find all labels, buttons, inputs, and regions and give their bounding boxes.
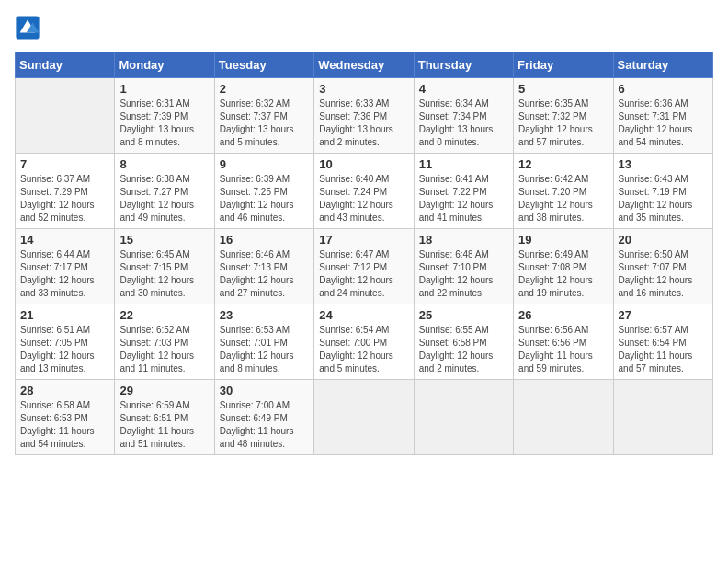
day-info: Sunrise: 6:48 AM Sunset: 7:10 PM Dayligh…: [419, 248, 508, 300]
calendar-cell: [613, 380, 712, 455]
day-info: Sunrise: 6:52 AM Sunset: 7:03 PM Dayligh…: [119, 324, 209, 375]
day-number: 29: [119, 384, 209, 397]
calendar-cell: 8Sunrise: 6:38 AM Sunset: 7:27 PM Daylig…: [115, 154, 214, 229]
calendar-cell: [314, 380, 414, 455]
day-number: 25: [419, 308, 508, 322]
day-info: Sunrise: 6:39 AM Sunset: 7:25 PM Dayligh…: [220, 173, 309, 224]
calendar-cell: 19Sunrise: 6:49 AM Sunset: 7:08 PM Dayli…: [514, 229, 613, 304]
logo-icon: [15, 15, 40, 40]
day-info: Sunrise: 6:42 AM Sunset: 7:20 PM Dayligh…: [518, 173, 608, 224]
day-info: Sunrise: 6:58 AM Sunset: 6:53 PM Dayligh…: [20, 399, 109, 451]
day-number: 13: [619, 157, 708, 171]
day-info: Sunrise: 6:40 AM Sunset: 7:24 PM Dayligh…: [319, 173, 408, 224]
day-info: Sunrise: 6:31 AM Sunset: 7:39 PM Dayligh…: [119, 98, 209, 149]
day-number: 18: [419, 233, 508, 247]
day-number: 28: [20, 384, 109, 397]
day-number: 4: [419, 82, 508, 96]
day-info: Sunrise: 6:50 AM Sunset: 7:07 PM Dayligh…: [619, 248, 708, 300]
page-header: [15, 15, 713, 40]
calendar-table: SundayMondayTuesdayWednesdayThursdayFrid…: [15, 52, 713, 455]
day-info: Sunrise: 6:44 AM Sunset: 7:17 PM Dayligh…: [20, 248, 109, 300]
calendar-cell: 28Sunrise: 6:58 AM Sunset: 6:53 PM Dayli…: [16, 380, 115, 455]
calendar-cell: 15Sunrise: 6:45 AM Sunset: 7:15 PM Dayli…: [115, 229, 214, 304]
day-info: Sunrise: 6:59 AM Sunset: 6:51 PM Dayligh…: [119, 399, 209, 451]
day-number: 22: [119, 308, 209, 322]
day-number: 7: [20, 157, 109, 171]
calendar-cell: 7Sunrise: 6:37 AM Sunset: 7:29 PM Daylig…: [16, 154, 115, 229]
day-number: 6: [619, 82, 708, 96]
day-info: Sunrise: 6:38 AM Sunset: 7:27 PM Dayligh…: [119, 173, 209, 224]
day-number: 5: [518, 82, 608, 96]
day-info: Sunrise: 6:49 AM Sunset: 7:08 PM Dayligh…: [518, 248, 608, 300]
day-number: 10: [319, 157, 408, 171]
day-number: 17: [319, 233, 408, 247]
day-info: Sunrise: 6:56 AM Sunset: 6:56 PM Dayligh…: [518, 324, 608, 375]
calendar-cell: [16, 78, 115, 154]
day-info: Sunrise: 6:57 AM Sunset: 6:54 PM Dayligh…: [619, 324, 708, 375]
day-number: 16: [220, 233, 309, 247]
calendar-cell: 30Sunrise: 7:00 AM Sunset: 6:49 PM Dayli…: [214, 380, 313, 455]
day-number: 26: [518, 308, 608, 322]
day-info: Sunrise: 6:34 AM Sunset: 7:34 PM Dayligh…: [419, 98, 508, 149]
calendar-header-row: SundayMondayTuesdayWednesdayThursdayFrid…: [16, 52, 713, 78]
calendar-week-row: 1Sunrise: 6:31 AM Sunset: 7:39 PM Daylig…: [16, 78, 713, 154]
day-of-week-header: Thursday: [414, 52, 513, 78]
day-number: 19: [518, 233, 608, 247]
calendar-week-row: 21Sunrise: 6:51 AM Sunset: 7:05 PM Dayli…: [16, 304, 713, 380]
calendar-cell: 20Sunrise: 6:50 AM Sunset: 7:07 PM Dayli…: [613, 229, 712, 304]
day-of-week-header: Saturday: [613, 52, 712, 78]
calendar-cell: [414, 380, 513, 455]
day-number: 27: [619, 308, 708, 322]
day-info: Sunrise: 6:46 AM Sunset: 7:13 PM Dayligh…: [220, 248, 309, 300]
calendar-cell: 17Sunrise: 6:47 AM Sunset: 7:12 PM Dayli…: [314, 229, 414, 304]
day-info: Sunrise: 6:33 AM Sunset: 7:36 PM Dayligh…: [319, 98, 408, 149]
day-info: Sunrise: 6:47 AM Sunset: 7:12 PM Dayligh…: [319, 248, 408, 300]
day-number: 14: [20, 233, 109, 247]
calendar-cell: 10Sunrise: 6:40 AM Sunset: 7:24 PM Dayli…: [314, 154, 414, 229]
day-info: Sunrise: 6:45 AM Sunset: 7:15 PM Dayligh…: [119, 248, 209, 300]
day-info: Sunrise: 6:37 AM Sunset: 7:29 PM Dayligh…: [20, 173, 109, 224]
calendar-cell: 18Sunrise: 6:48 AM Sunset: 7:10 PM Dayli…: [414, 229, 513, 304]
calendar-cell: 3Sunrise: 6:33 AM Sunset: 7:36 PM Daylig…: [314, 78, 414, 154]
day-info: Sunrise: 7:00 AM Sunset: 6:49 PM Dayligh…: [220, 399, 309, 451]
calendar-cell: 6Sunrise: 6:36 AM Sunset: 7:31 PM Daylig…: [613, 78, 712, 154]
calendar-cell: 26Sunrise: 6:56 AM Sunset: 6:56 PM Dayli…: [514, 304, 613, 380]
day-number: 9: [220, 157, 309, 171]
day-number: 23: [220, 308, 309, 322]
day-info: Sunrise: 6:36 AM Sunset: 7:31 PM Dayligh…: [619, 98, 708, 149]
calendar-cell: 23Sunrise: 6:53 AM Sunset: 7:01 PM Dayli…: [214, 304, 313, 380]
calendar-cell: 29Sunrise: 6:59 AM Sunset: 6:51 PM Dayli…: [115, 380, 214, 455]
calendar-cell: 1Sunrise: 6:31 AM Sunset: 7:39 PM Daylig…: [115, 78, 214, 154]
calendar-cell: 2Sunrise: 6:32 AM Sunset: 7:37 PM Daylig…: [214, 78, 313, 154]
day-info: Sunrise: 6:43 AM Sunset: 7:19 PM Dayligh…: [619, 173, 708, 224]
day-number: 20: [619, 233, 708, 247]
calendar-cell: 27Sunrise: 6:57 AM Sunset: 6:54 PM Dayli…: [613, 304, 712, 380]
day-info: Sunrise: 6:51 AM Sunset: 7:05 PM Dayligh…: [20, 324, 109, 375]
calendar-cell: 14Sunrise: 6:44 AM Sunset: 7:17 PM Dayli…: [16, 229, 115, 304]
calendar-cell: 22Sunrise: 6:52 AM Sunset: 7:03 PM Dayli…: [115, 304, 214, 380]
calendar-cell: 16Sunrise: 6:46 AM Sunset: 7:13 PM Dayli…: [214, 229, 313, 304]
day-of-week-header: Tuesday: [214, 52, 313, 78]
day-number: 24: [319, 308, 408, 322]
day-number: 2: [220, 82, 309, 96]
logo: [15, 15, 44, 40]
calendar-week-row: 7Sunrise: 6:37 AM Sunset: 7:29 PM Daylig…: [16, 154, 713, 229]
day-number: 30: [220, 384, 309, 397]
day-of-week-header: Wednesday: [314, 52, 414, 78]
calendar-cell: 11Sunrise: 6:41 AM Sunset: 7:22 PM Dayli…: [414, 154, 513, 229]
day-of-week-header: Sunday: [16, 52, 115, 78]
day-info: Sunrise: 6:53 AM Sunset: 7:01 PM Dayligh…: [220, 324, 309, 375]
calendar-cell: 21Sunrise: 6:51 AM Sunset: 7:05 PM Dayli…: [16, 304, 115, 380]
day-info: Sunrise: 6:55 AM Sunset: 6:58 PM Dayligh…: [419, 324, 508, 375]
calendar-cell: 24Sunrise: 6:54 AM Sunset: 7:00 PM Dayli…: [314, 304, 414, 380]
day-of-week-header: Monday: [115, 52, 214, 78]
day-info: Sunrise: 6:35 AM Sunset: 7:32 PM Dayligh…: [518, 98, 608, 149]
day-number: 15: [119, 233, 209, 247]
calendar-week-row: 14Sunrise: 6:44 AM Sunset: 7:17 PM Dayli…: [16, 229, 713, 304]
day-number: 1: [119, 82, 209, 96]
calendar-cell: 5Sunrise: 6:35 AM Sunset: 7:32 PM Daylig…: [514, 78, 613, 154]
day-info: Sunrise: 6:54 AM Sunset: 7:00 PM Dayligh…: [319, 324, 408, 375]
calendar-cell: 12Sunrise: 6:42 AM Sunset: 7:20 PM Dayli…: [514, 154, 613, 229]
calendar-cell: 9Sunrise: 6:39 AM Sunset: 7:25 PM Daylig…: [214, 154, 313, 229]
day-number: 21: [20, 308, 109, 322]
